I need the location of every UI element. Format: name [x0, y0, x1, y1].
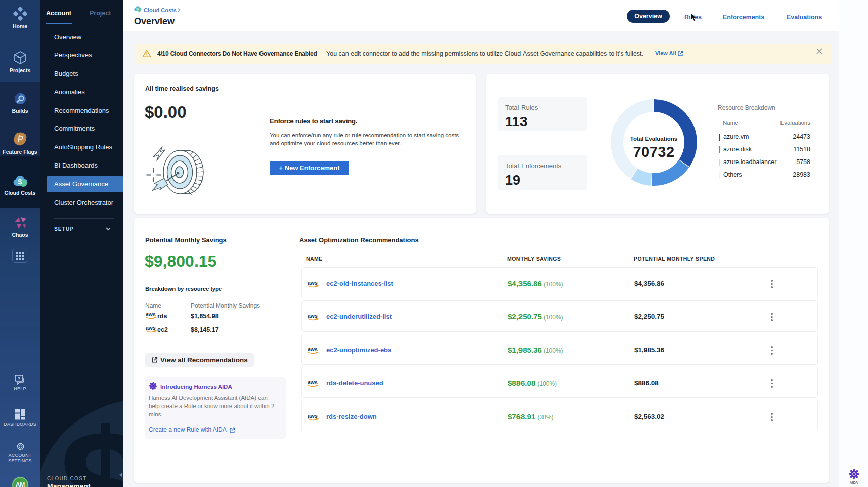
svg-text:aws: aws [308, 280, 318, 286]
svg-text:aws: aws [146, 324, 156, 331]
svg-text:?: ? [18, 376, 21, 381]
svg-text:aws: aws [308, 379, 318, 385]
svg-text:$: $ [18, 177, 22, 186]
svg-text:aws: aws [308, 313, 318, 319]
svg-text:aws: aws [308, 413, 318, 419]
svg-text:aws: aws [308, 346, 318, 352]
svg-text:aws: aws [146, 311, 156, 317]
